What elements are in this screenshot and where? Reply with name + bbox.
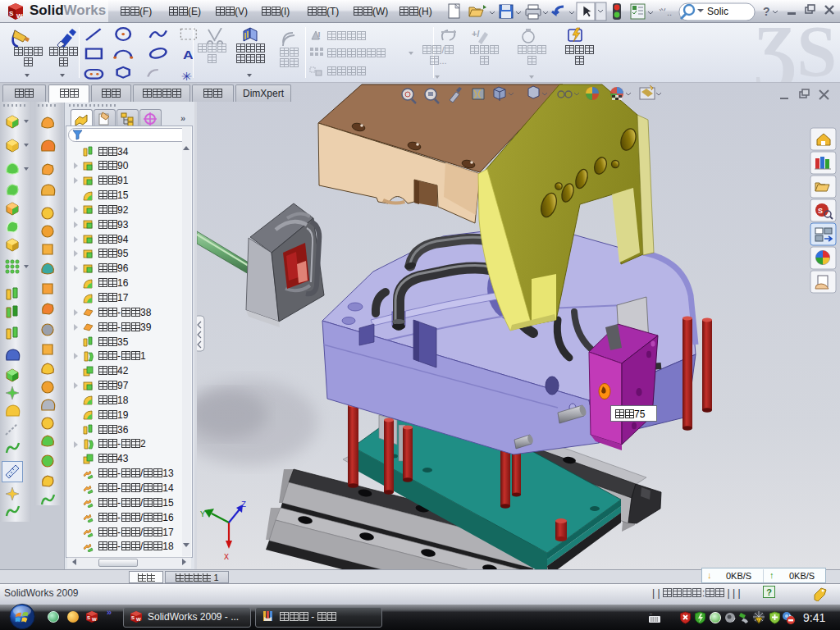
- svg-text:W: W: [92, 617, 97, 622]
- svg-text:!: !: [758, 619, 759, 623]
- svg-text:W: W: [136, 617, 141, 622]
- svg-text:S: S: [818, 207, 823, 215]
- svg-text:✳: ✳: [180, 70, 192, 83]
- svg-text:!: !: [317, 30, 321, 42]
- svg-text:Z: Z: [241, 500, 246, 509]
- svg-text:Y: Y: [200, 510, 205, 519]
- svg-text:+/: +/: [472, 29, 479, 39]
- svg-text:Solic: Solic: [707, 6, 728, 17]
- svg-text:X: X: [224, 553, 229, 562]
- svg-text:⺍..: ⺍..: [658, 7, 672, 17]
- svg-text:S: S: [9, 10, 14, 17]
- svg-text:S: S: [131, 615, 135, 620]
- svg-text:W: W: [16, 12, 23, 20]
- svg-text:A: A: [183, 48, 194, 62]
- svg-text:?: ?: [763, 5, 770, 18]
- svg-text:S: S: [87, 615, 90, 620]
